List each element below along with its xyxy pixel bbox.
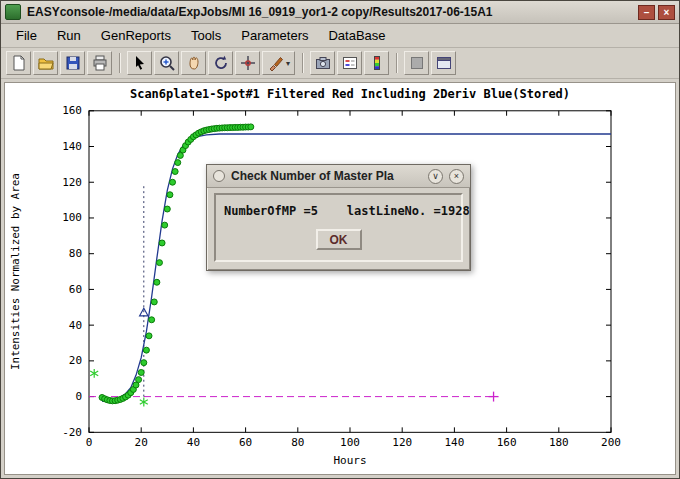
edit-cursor-button[interactable]	[127, 51, 152, 75]
toolbar-separator	[302, 53, 303, 73]
svg-text:0: 0	[75, 390, 82, 403]
menu-genreports[interactable]: GenReports	[92, 26, 180, 45]
colorbar-icon	[368, 54, 386, 72]
title-bar: EASYconsole-/media/data/ExpJobs/MI 16_09…	[1, 1, 679, 24]
svg-text:20: 20	[135, 436, 148, 449]
svg-text:0: 0	[86, 436, 93, 449]
dialog-rollup-button[interactable]: ∨	[428, 169, 443, 184]
svg-text:140: 140	[62, 140, 82, 153]
plot-tools-icon	[408, 54, 426, 72]
svg-text:80: 80	[291, 436, 304, 449]
svg-text:200: 200	[601, 436, 621, 449]
svg-text:20: 20	[69, 354, 82, 367]
dialog-icon	[213, 170, 225, 182]
save-button[interactable]	[60, 51, 85, 75]
floppy-disk-icon	[64, 54, 82, 72]
legend-icon	[341, 54, 359, 72]
minimize-button[interactable]: –	[638, 5, 655, 20]
menu-tools[interactable]: Tools	[182, 26, 230, 45]
menu-parameters[interactable]: Parameters	[232, 26, 317, 45]
open-file-button[interactable]	[33, 51, 58, 75]
svg-text:Hours: Hours	[333, 454, 366, 467]
ok-button[interactable]: OK	[316, 229, 362, 250]
new-file-button[interactable]	[6, 51, 31, 75]
dock-window-icon	[435, 54, 453, 72]
dialog-close-button[interactable]: ×	[449, 169, 464, 184]
printer-icon	[91, 54, 109, 72]
chevron-down-icon: ▾	[286, 59, 290, 68]
rotate-3d-icon	[212, 54, 230, 72]
svg-text:160: 160	[497, 436, 517, 449]
svg-text:100: 100	[62, 211, 82, 224]
menu-database[interactable]: DataBase	[319, 26, 394, 45]
plot-tools-button[interactable]	[404, 51, 429, 75]
svg-text:80: 80	[69, 247, 82, 260]
svg-text:100: 100	[340, 436, 360, 449]
svg-text:-20: -20	[62, 426, 82, 439]
insert-legend-button[interactable]	[337, 51, 362, 75]
svg-text:40: 40	[187, 436, 200, 449]
brush-button[interactable]: ▾	[262, 51, 295, 75]
window-title: EASYconsole-/media/data/ExpJobs/MI 16_09…	[27, 5, 493, 19]
insert-colorbar-button[interactable]	[364, 51, 389, 75]
menu-file[interactable]: File	[7, 26, 46, 45]
print-button[interactable]	[87, 51, 112, 75]
svg-text:180: 180	[549, 436, 569, 449]
svg-text:120: 120	[62, 176, 82, 189]
arrow-cursor-icon	[131, 54, 149, 72]
app-icon	[5, 4, 21, 20]
open-folder-icon	[37, 54, 55, 72]
dock-figure-button[interactable]	[431, 51, 456, 75]
data-cursor-button[interactable]	[235, 51, 260, 75]
window-controls: – ×	[638, 5, 675, 20]
svg-text:40: 40	[69, 319, 82, 332]
svg-text:Intensities Normalized by Area: Intensities Normalized by Area	[9, 173, 22, 370]
zoom-in-button[interactable]	[154, 51, 179, 75]
menu-bar: File Run GenReports Tools Parameters Dat…	[1, 24, 679, 48]
figure-panel: 020406080100120140160180200-200204060801…	[4, 82, 676, 475]
crosshair-icon	[239, 54, 257, 72]
pan-button[interactable]	[181, 51, 206, 75]
chart-canvas[interactable]: 020406080100120140160180200-200204060801…	[5, 83, 675, 474]
svg-text:120: 120	[392, 436, 412, 449]
check-master-plates-dialog: Check Number of Master Pla ∨ × NumberOfM…	[206, 164, 471, 271]
rotate-3d-button[interactable]	[208, 51, 233, 75]
svg-text:160: 160	[62, 104, 82, 117]
svg-text:140: 140	[444, 436, 464, 449]
svg-text:Scan6plate1-Spot#1 Filtered Re: Scan6plate1-Spot#1 Filtered Red Includin…	[130, 87, 570, 101]
dialog-message: NumberOfMP =5 lastLineNo. =1928	[224, 204, 470, 218]
close-button[interactable]: ×	[658, 5, 675, 20]
toolbar-separator	[119, 53, 120, 73]
toolbar: ▾	[1, 48, 679, 79]
dialog-title: Check Number of Master Pla	[231, 169, 422, 183]
dialog-body: NumberOfMP =5 lastLineNo. =1928 OK	[214, 193, 463, 262]
hand-icon	[185, 54, 203, 72]
new-file-icon	[10, 54, 28, 72]
copy-figure-button[interactable]	[310, 51, 335, 75]
camera-icon	[314, 54, 332, 72]
app-window: EASYconsole-/media/data/ExpJobs/MI 16_09…	[0, 0, 680, 479]
menu-run[interactable]: Run	[48, 26, 90, 45]
dialog-title-bar: Check Number of Master Pla ∨ ×	[207, 165, 470, 188]
svg-text:60: 60	[69, 283, 82, 296]
brush-icon	[267, 54, 285, 72]
zoom-in-icon	[158, 54, 176, 72]
svg-text:60: 60	[239, 436, 252, 449]
toolbar-separator	[396, 53, 397, 73]
